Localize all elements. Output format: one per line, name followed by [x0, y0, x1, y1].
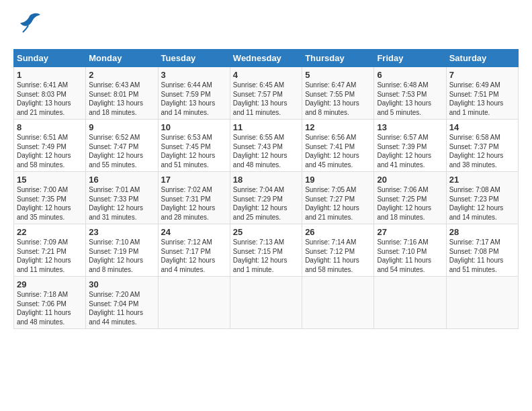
table-row: 15Sunrise: 7:00 AMSunset: 7:35 PMDayligh… — [14, 172, 86, 224]
table-row: 2Sunrise: 6:43 AMSunset: 8:01 PMDaylight… — [86, 67, 158, 120]
day-number: 16 — [89, 175, 154, 185]
day-info: Sunrise: 7:00 AMSunset: 7:35 PMDaylight:… — [17, 186, 71, 221]
day-info: Sunrise: 7:01 AMSunset: 7:33 PMDaylight:… — [89, 186, 143, 221]
day-info: Sunrise: 6:56 AMSunset: 7:41 PMDaylight:… — [305, 134, 359, 169]
table-row: 17Sunrise: 7:02 AMSunset: 7:31 PMDayligh… — [158, 172, 230, 224]
table-row: 23Sunrise: 7:10 AMSunset: 7:19 PMDayligh… — [86, 224, 158, 277]
col-sunday: Sunday — [14, 50, 86, 67]
day-info: Sunrise: 7:02 AMSunset: 7:31 PMDaylight:… — [161, 186, 216, 221]
table-row: 13Sunrise: 6:57 AMSunset: 7:39 PMDayligh… — [374, 120, 446, 172]
week-row-3: 15Sunrise: 7:00 AMSunset: 7:35 PMDayligh… — [14, 172, 519, 224]
table-row: 22Sunrise: 7:09 AMSunset: 7:21 PMDayligh… — [14, 224, 86, 277]
day-number: 2 — [89, 70, 154, 80]
day-info: Sunrise: 7:08 AMSunset: 7:23 PMDaylight:… — [449, 186, 504, 221]
week-row-1: 1Sunrise: 6:41 AMSunset: 8:03 PMDaylight… — [14, 67, 519, 120]
day-number: 25 — [233, 227, 299, 237]
day-info: Sunrise: 6:55 AMSunset: 7:43 PMDaylight:… — [233, 134, 287, 169]
day-info: Sunrise: 6:52 AMSunset: 7:47 PMDaylight:… — [89, 134, 143, 169]
day-number: 28 — [449, 227, 515, 237]
day-info: Sunrise: 6:48 AMSunset: 7:53 PMDaylight:… — [377, 81, 431, 116]
col-monday: Monday — [86, 50, 158, 67]
table-row: 18Sunrise: 7:04 AMSunset: 7:29 PMDayligh… — [230, 172, 302, 224]
day-number: 9 — [89, 122, 154, 132]
day-info: Sunrise: 6:45 AMSunset: 7:57 PMDaylight:… — [233, 81, 287, 116]
col-friday: Friday — [374, 50, 446, 67]
day-info: Sunrise: 7:05 AMSunset: 7:27 PMDaylight:… — [305, 186, 359, 221]
table-row: 9Sunrise: 6:52 AMSunset: 7:47 PMDaylight… — [86, 120, 158, 172]
header-row: Sunday Monday Tuesday Wednesday Thursday… — [14, 50, 519, 67]
day-info: Sunrise: 7:04 AMSunset: 7:29 PMDaylight:… — [233, 186, 287, 221]
day-info: Sunrise: 7:13 AMSunset: 7:15 PMDaylight:… — [233, 238, 287, 273]
day-info: Sunrise: 6:44 AMSunset: 7:59 PMDaylight:… — [161, 81, 216, 116]
table-row: 20Sunrise: 7:06 AMSunset: 7:25 PMDayligh… — [374, 172, 446, 224]
logo-bird-icon — [17, 11, 42, 40]
table-row — [302, 277, 374, 329]
week-row-4: 22Sunrise: 7:09 AMSunset: 7:21 PMDayligh… — [14, 224, 519, 277]
day-number: 3 — [161, 70, 227, 80]
day-number: 8 — [17, 122, 83, 132]
calendar-table: Sunday Monday Tuesday Wednesday Thursday… — [13, 49, 519, 329]
day-info: Sunrise: 7:09 AMSunset: 7:21 PMDaylight:… — [17, 238, 71, 273]
table-row — [446, 277, 518, 329]
day-info: Sunrise: 7:12 AMSunset: 7:17 PMDaylight:… — [161, 238, 216, 273]
day-info: Sunrise: 6:47 AMSunset: 7:55 PMDaylight:… — [305, 81, 359, 116]
table-row: 3Sunrise: 6:44 AMSunset: 7:59 PMDaylight… — [158, 67, 230, 120]
day-info: Sunrise: 6:41 AMSunset: 8:03 PMDaylight:… — [17, 81, 71, 116]
day-info: Sunrise: 7:20 AMSunset: 7:04 PMDaylight:… — [89, 291, 143, 326]
table-row — [374, 277, 446, 329]
table-row: 14Sunrise: 6:58 AMSunset: 7:37 PMDayligh… — [446, 120, 518, 172]
day-number: 12 — [305, 122, 371, 132]
table-row: 29Sunrise: 7:18 AMSunset: 7:06 PMDayligh… — [14, 277, 86, 329]
day-info: Sunrise: 6:53 AMSunset: 7:45 PMDaylight:… — [161, 134, 216, 169]
day-info: Sunrise: 6:57 AMSunset: 7:39 PMDaylight:… — [377, 134, 431, 169]
table-row: 16Sunrise: 7:01 AMSunset: 7:33 PMDayligh… — [86, 172, 158, 224]
day-number: 18 — [233, 175, 299, 185]
day-info: Sunrise: 6:58 AMSunset: 7:37 PMDaylight:… — [449, 134, 504, 169]
day-info: Sunrise: 7:17 AMSunset: 7:08 PMDaylight:… — [449, 238, 504, 273]
week-row-2: 8Sunrise: 6:51 AMSunset: 7:49 PMDaylight… — [14, 120, 519, 172]
day-number: 29 — [17, 279, 83, 289]
day-number: 21 — [449, 175, 515, 185]
day-number: 14 — [449, 122, 515, 132]
table-row: 21Sunrise: 7:08 AMSunset: 7:23 PMDayligh… — [446, 172, 518, 224]
day-number: 17 — [161, 175, 227, 185]
table-row: 6Sunrise: 6:48 AMSunset: 7:53 PMDaylight… — [374, 67, 446, 120]
table-row: 30Sunrise: 7:20 AMSunset: 7:04 PMDayligh… — [86, 277, 158, 329]
day-number: 7 — [449, 70, 515, 80]
day-info: Sunrise: 7:10 AMSunset: 7:19 PMDaylight:… — [89, 238, 143, 273]
day-number: 24 — [161, 227, 227, 237]
day-number: 4 — [233, 70, 299, 80]
day-info: Sunrise: 7:18 AMSunset: 7:06 PMDaylight:… — [17, 291, 71, 326]
day-number: 6 — [377, 70, 443, 80]
col-saturday: Saturday — [446, 50, 518, 67]
day-number: 27 — [377, 227, 443, 237]
table-row: 5Sunrise: 6:47 AMSunset: 7:55 PMDaylight… — [302, 67, 374, 120]
day-info: Sunrise: 7:06 AMSunset: 7:25 PMDaylight:… — [377, 186, 431, 221]
day-info: Sunrise: 7:14 AMSunset: 7:12 PMDaylight:… — [305, 238, 359, 273]
table-row: 28Sunrise: 7:17 AMSunset: 7:08 PMDayligh… — [446, 224, 518, 277]
week-row-5: 29Sunrise: 7:18 AMSunset: 7:06 PMDayligh… — [14, 277, 519, 329]
day-number: 23 — [89, 227, 154, 237]
table-row: 19Sunrise: 7:05 AMSunset: 7:27 PMDayligh… — [302, 172, 374, 224]
day-number: 13 — [377, 122, 443, 132]
table-row: 27Sunrise: 7:16 AMSunset: 7:10 PMDayligh… — [374, 224, 446, 277]
day-number: 22 — [17, 227, 83, 237]
col-wednesday: Wednesday — [230, 50, 302, 67]
table-row: 10Sunrise: 6:53 AMSunset: 7:45 PMDayligh… — [158, 120, 230, 172]
day-number: 1 — [17, 70, 83, 80]
table-row: 4Sunrise: 6:45 AMSunset: 7:57 PMDaylight… — [230, 67, 302, 120]
col-tuesday: Tuesday — [158, 50, 230, 67]
table-row: 24Sunrise: 7:12 AMSunset: 7:17 PMDayligh… — [158, 224, 230, 277]
table-row — [230, 277, 302, 329]
day-number: 19 — [305, 175, 371, 185]
day-info: Sunrise: 6:43 AMSunset: 8:01 PMDaylight:… — [89, 81, 143, 116]
table-row — [158, 277, 230, 329]
table-row: 26Sunrise: 7:14 AMSunset: 7:12 PMDayligh… — [302, 224, 374, 277]
day-number: 30 — [89, 279, 154, 289]
day-number: 5 — [305, 70, 371, 80]
page: Sunday Monday Tuesday Wednesday Thursday… — [0, 0, 532, 411]
table-row: 8Sunrise: 6:51 AMSunset: 7:49 PMDaylight… — [14, 120, 86, 172]
table-row: 1Sunrise: 6:41 AMSunset: 8:03 PMDaylight… — [14, 67, 86, 120]
day-number: 26 — [305, 227, 371, 237]
day-number: 10 — [161, 122, 227, 132]
